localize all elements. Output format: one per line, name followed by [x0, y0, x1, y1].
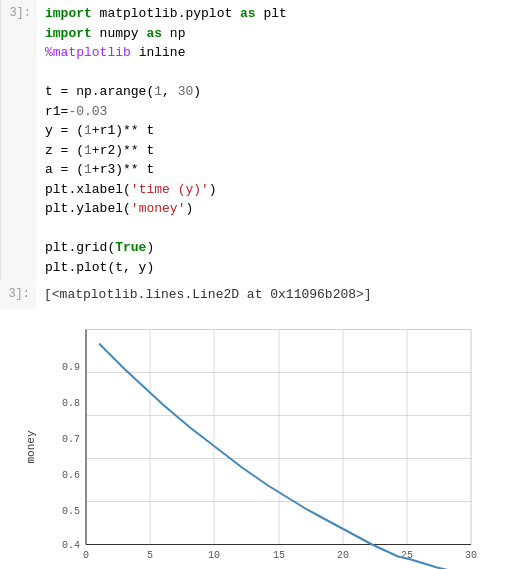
y-tick-04: 0.4: [62, 539, 80, 550]
x-tick-5: 5: [147, 549, 153, 560]
y-axis-label: money: [25, 430, 37, 463]
plot-svg: 0.9 0.8 0.7 0.6 0.5 0.4 0 5 10 15 20 25 …: [36, 317, 486, 570]
cell-in-number: 3]:: [1, 0, 37, 281]
cell-out-number: 3]:: [0, 281, 36, 309]
notebook-cell: 3]: import matplotlib.pyplot as plt impo…: [0, 0, 520, 569]
x-tick-15: 15: [273, 549, 285, 560]
y-tick-05: 0.5: [62, 505, 80, 516]
x-tick-10: 10: [208, 549, 220, 560]
code-output-cell: 3]: [<matplotlib.lines.Line2D at 0x11096…: [0, 281, 520, 309]
y-tick-09: 0.9: [62, 361, 80, 372]
plot-container: money: [0, 309, 520, 570]
y-tick-06: 0.6: [62, 469, 80, 480]
x-tick-20: 20: [337, 549, 349, 560]
svg-rect-0: [86, 329, 471, 544]
y-tick-07: 0.7: [62, 433, 80, 444]
x-tick-0: 0: [83, 549, 89, 560]
y-tick-08: 0.8: [62, 397, 80, 408]
x-tick-30: 30: [465, 549, 477, 560]
code-content: import matplotlib.pyplot as plt import n…: [37, 0, 520, 281]
code-input-cell: 3]: import matplotlib.pyplot as plt impo…: [0, 0, 520, 281]
plot-area: money: [36, 317, 486, 570]
output-text: [<matplotlib.lines.Line2D at 0x11096b208…: [36, 281, 520, 309]
